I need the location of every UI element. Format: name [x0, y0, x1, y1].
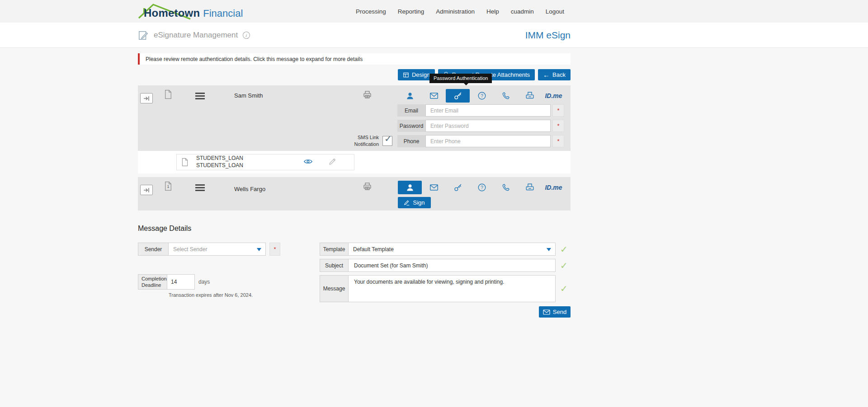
envelope-icon: [429, 91, 439, 101]
signer-card-wells-fargo: 1 Wells Fargo ?: [138, 177, 571, 211]
drag-handle-icon[interactable]: [195, 184, 205, 191]
drag-handle-icon[interactable]: [195, 93, 205, 99]
content-area: Please review remote authentication deta…: [138, 48, 571, 328]
print-button[interactable]: [363, 90, 372, 101]
top-nav-bar: HometownFinancial Processing Reporting A…: [0, 0, 868, 23]
phone-input[interactable]: [425, 135, 551, 147]
subject-label: Subject: [320, 259, 348, 272]
signer-card-sam-smith: Sam Smith ?: [138, 85, 571, 151]
auth-password-button[interactable]: [446, 89, 470, 103]
takeover-arrow-icon: [143, 95, 150, 102]
notice-text: Please review remote authentication deta…: [146, 56, 363, 62]
auth-idme-button[interactable]: ID.me: [542, 89, 566, 103]
sender-row: Sender Select Sender *: [138, 243, 280, 256]
pen-icon: [328, 157, 337, 166]
nav-help[interactable]: Help: [486, 8, 499, 15]
email-input[interactable]: [425, 104, 551, 117]
person-icon: [406, 91, 415, 100]
question-circle-icon: ?: [477, 91, 487, 101]
nav-logout[interactable]: Logout: [546, 8, 564, 15]
key-icon: [453, 91, 463, 101]
view-document-button[interactable]: [303, 158, 313, 166]
page: HometownFinancial Processing Reporting A…: [0, 0, 868, 407]
printer-icon: [363, 182, 372, 191]
auth-email-button[interactable]: [422, 181, 446, 194]
completion-deadline-label: Completion Deadline: [138, 274, 167, 290]
checkmark-icon: ✓: [384, 133, 392, 144]
document-names: STUDENTS_LOAN STUDENTS_LOAN: [196, 155, 243, 169]
password-input[interactable]: [425, 120, 551, 132]
auth-kba-button[interactable]: ?: [470, 89, 494, 103]
document-icon: [181, 158, 189, 167]
sign-document-button[interactable]: [328, 157, 337, 167]
back-arrow-icon: ←: [543, 71, 550, 78]
takeover-arrow-icon: [143, 187, 150, 193]
nav-user-cuadmin[interactable]: cuadmin: [511, 8, 534, 15]
nav-reporting[interactable]: Reporting: [398, 8, 425, 15]
subject-row: Subject ✓: [320, 259, 568, 272]
brand-name-bold: Hometown: [144, 7, 200, 19]
auth-inperson-button[interactable]: [398, 181, 422, 194]
sender-select[interactable]: Select Sender: [168, 243, 266, 256]
password-label: Password: [397, 120, 425, 132]
takeover-button[interactable]: [140, 185, 153, 195]
email-label: Email: [397, 104, 425, 117]
auth-method-icons: ? ID.me: [398, 181, 566, 194]
email-field-row: Email *: [397, 104, 564, 117]
template-row: Template Default Template ✓: [320, 243, 568, 256]
auth-fax-button[interactable]: [518, 89, 542, 103]
brand-logo[interactable]: HometownFinancial: [138, 0, 243, 23]
required-marker: *: [552, 120, 564, 132]
message-label: Message: [320, 275, 348, 302]
esignature-doc-icon: [138, 30, 149, 41]
send-button[interactable]: Send: [539, 306, 571, 318]
message-input[interactable]: Your documents are available for viewing…: [348, 275, 556, 302]
auth-phone-button[interactable]: [494, 89, 518, 103]
expiration-note: Transaction expires after Nov 6, 2024.: [169, 292, 253, 298]
valid-check-icon: ✓: [560, 283, 568, 294]
template-select[interactable]: Default Template: [348, 243, 556, 256]
nav-administration[interactable]: Administration: [436, 8, 475, 15]
fax-machine-icon: [525, 182, 535, 192]
sms-notification-checkbox[interactable]: ✓: [382, 136, 392, 146]
required-marker: *: [552, 104, 564, 117]
question-circle-icon: ?: [477, 182, 487, 192]
signer-name: Wells Fargo: [234, 186, 265, 192]
nav-processing[interactable]: Processing: [356, 8, 386, 15]
auth-method-icons: ? ID.me: [398, 89, 566, 103]
dropdown-caret-icon: [547, 248, 551, 251]
auth-password-button[interactable]: [446, 181, 470, 194]
phone-label: Phone: [397, 135, 425, 147]
password-authentication-tooltip: Password Authentication: [429, 74, 492, 83]
printer-icon: [363, 90, 372, 99]
document-item: STUDENTS_LOAN STUDENTS_LOAN: [176, 154, 354, 170]
auth-idme-button[interactable]: ID.me: [542, 181, 566, 194]
phone-field-row: Phone *: [397, 135, 564, 147]
valid-check-icon: ✓: [560, 260, 568, 271]
toolbar: Design Request Remote Attachments ← Back: [138, 69, 571, 80]
brand-name-light: Financial: [203, 8, 243, 19]
auth-email-button[interactable]: [422, 89, 446, 103]
takeover-button[interactable]: [140, 93, 153, 103]
auth-phone-button[interactable]: [494, 181, 518, 194]
auth-inperson-button[interactable]: [398, 89, 422, 103]
info-icon[interactable]: i: [242, 31, 250, 39]
sign-button[interactable]: Sign: [398, 197, 431, 208]
auth-kba-button[interactable]: ?: [470, 181, 494, 194]
required-marker: *: [552, 135, 564, 147]
completion-deadline-input[interactable]: [167, 274, 195, 290]
deadline-unit-label: days: [198, 279, 210, 285]
auth-fax-button[interactable]: [518, 181, 542, 194]
message-details-section: Sender Select Sender * Completion Deadli…: [138, 243, 571, 328]
valid-check-icon: ✓: [560, 244, 568, 255]
back-button[interactable]: ← Back: [538, 69, 571, 80]
print-button[interactable]: [363, 182, 372, 192]
send-envelope-icon: [543, 309, 550, 315]
envelope-icon: [429, 182, 439, 192]
subject-input[interactable]: [348, 259, 556, 272]
notice-banner[interactable]: Please review remote authentication deta…: [138, 53, 571, 65]
sign-pen-icon: [404, 200, 410, 206]
sms-link-notification-label: SMS Link Notification: [340, 134, 379, 148]
design-grid-icon: [403, 72, 409, 78]
attached-document-icon: 1: [164, 181, 172, 191]
